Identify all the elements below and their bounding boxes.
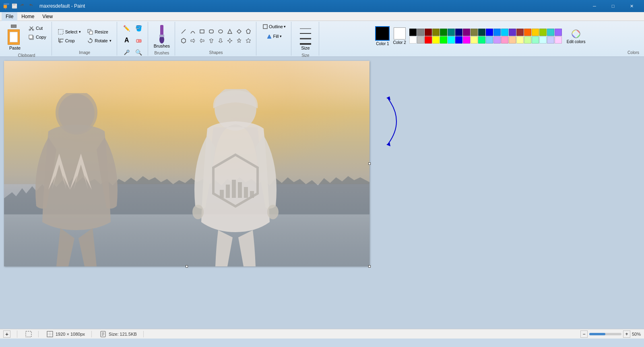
star5-shape[interactable] [235, 36, 244, 45]
zoom-out-button[interactable]: − [580, 330, 588, 338]
pal-yellow[interactable] [432, 36, 440, 44]
star4-shape[interactable] [225, 36, 234, 45]
pal-red[interactable] [425, 36, 432, 44]
pal-gold[interactable] [532, 29, 539, 36]
pal-green[interactable] [440, 36, 447, 44]
pal-paleyellow[interactable] [516, 36, 524, 44]
pal-palecyan[interactable] [539, 36, 547, 44]
svg-line-2 [5, 8, 6, 9]
resize-handle-bottom[interactable] [186, 265, 188, 268]
pal-magenta[interactable] [463, 36, 470, 44]
cut-button[interactable]: Cut [27, 24, 48, 32]
arrow-left-shape[interactable] [198, 36, 206, 45]
pencil-tool[interactable]: ✏️ [121, 23, 132, 34]
pal-white[interactable] [409, 36, 417, 44]
pal-lime[interactable] [539, 29, 547, 36]
minimize-button[interactable]: ─ [585, 0, 604, 12]
select-button[interactable]: Select ▾ [56, 28, 83, 36]
pal-palemauve[interactable] [555, 36, 562, 44]
pal-lavender[interactable] [555, 29, 562, 36]
hexagon-shape[interactable] [179, 36, 188, 45]
svg-marker-35 [191, 39, 195, 43]
resize-handle-corner[interactable] [368, 265, 371, 268]
zoom-slider[interactable] [589, 333, 621, 335]
color-palette [409, 29, 562, 44]
save-icon[interactable] [11, 3, 18, 9]
pal-paleblue[interactable] [547, 36, 554, 44]
pentagon-shape[interactable] [244, 27, 253, 36]
pal-gray[interactable] [417, 29, 424, 36]
maximize-button[interactable]: □ [604, 0, 622, 12]
edit-colors-button[interactable]: Edit colors [565, 27, 587, 46]
menu-item-file[interactable]: File [2, 12, 17, 21]
curve-shape[interactable] [188, 27, 197, 36]
pal-olive[interactable] [432, 29, 440, 36]
pal-cyan[interactable] [448, 36, 455, 44]
pal-lightyellow[interactable] [471, 36, 478, 44]
redo-icon[interactable] [27, 3, 34, 9]
pal-blue[interactable] [486, 29, 493, 36]
roundrect-shape[interactable] [207, 27, 216, 36]
pal-blue2[interactable] [455, 36, 462, 44]
brushes-label: Brushes [155, 50, 169, 55]
pal-mintgreen[interactable] [478, 36, 485, 44]
pal-brown[interactable] [516, 29, 524, 36]
close-button[interactable]: ✕ [622, 0, 641, 12]
copy-button[interactable]: Copy [27, 33, 48, 41]
rect-shape[interactable] [198, 27, 206, 36]
pal-darkblue[interactable] [455, 29, 462, 36]
triangle-shape[interactable] [225, 27, 234, 36]
pal-teal2[interactable] [547, 29, 554, 36]
paste-button[interactable]: Paste [5, 23, 25, 52]
color-picker-tool[interactable] [121, 47, 132, 58]
fill-dropdown[interactable]: Fill ▾ [264, 32, 283, 40]
pal-darkyellow[interactable] [471, 29, 478, 36]
pal-lightblue2[interactable] [493, 29, 501, 36]
star6-shape[interactable] [244, 36, 253, 45]
color2-swatch[interactable] [394, 27, 406, 39]
menu-item-view[interactable]: View [38, 12, 57, 21]
pal-black[interactable] [409, 29, 417, 36]
pal-lilac[interactable] [493, 36, 501, 44]
arrow-down-shape[interactable] [216, 36, 225, 45]
pal-pink[interactable] [501, 36, 508, 44]
pal-teal[interactable] [448, 29, 455, 36]
pal-orange[interactable] [524, 29, 531, 36]
fill-tool[interactable]: 🪣 [133, 23, 144, 34]
resize-button[interactable]: Resize [85, 28, 113, 36]
canvas-area[interactable] [0, 57, 644, 329]
pal-darkred[interactable] [425, 29, 432, 36]
ellipse-shape[interactable] [216, 27, 225, 36]
paint-canvas[interactable] [4, 61, 369, 266]
arrow-right-shape[interactable] [188, 36, 197, 45]
pal-violet[interactable] [509, 29, 516, 36]
rotate-button[interactable]: Rotate ▾ [85, 37, 113, 45]
size-button[interactable]: Size [295, 23, 316, 52]
pal-palegreen[interactable] [524, 36, 531, 44]
add-button[interactable]: + [3, 330, 10, 338]
crop-button[interactable]: Crop [56, 37, 83, 45]
resize-handle-right[interactable] [368, 162, 371, 165]
magnify-tool[interactable]: 🔍 [133, 47, 144, 58]
scissors-icon [29, 25, 34, 31]
brushes-button[interactable]: Brushes [152, 23, 171, 50]
pal-silver[interactable] [417, 36, 424, 44]
pal-mint[interactable] [532, 36, 539, 44]
arrow-up-shape[interactable] [207, 36, 216, 45]
pal-cyan2[interactable] [501, 29, 508, 36]
eraser-tool[interactable] [133, 35, 144, 46]
outline-dropdown[interactable]: Outline ▾ [260, 23, 288, 31]
pal-darkteal[interactable] [478, 29, 485, 36]
text-tool[interactable]: A [121, 35, 132, 46]
zoom-in-button[interactable]: + [623, 330, 630, 338]
line-shape[interactable] [179, 27, 188, 36]
pal-darkgreen[interactable] [440, 29, 447, 36]
pal-purple[interactable] [463, 29, 470, 36]
undo-icon[interactable] [19, 3, 26, 9]
pal-skyblue[interactable] [486, 36, 493, 44]
menu-item-home[interactable]: Home [17, 12, 38, 21]
diamond-shape[interactable] [235, 27, 244, 36]
colors-label: Colors [627, 50, 639, 55]
color1-swatch[interactable] [375, 26, 390, 41]
pal-peach[interactable] [509, 36, 516, 44]
